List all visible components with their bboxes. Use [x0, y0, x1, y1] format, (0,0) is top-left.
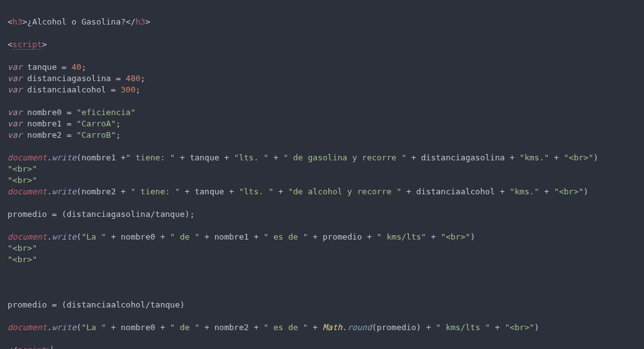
code-line: promedio = (distanciaalcohol/tanque) — [8, 300, 185, 309]
code-line: document.write("La " + nombre0 + " de " … — [8, 323, 539, 332]
code-line: "<br>" — [8, 243, 37, 253]
code-line: var distanciaalcohol = 300; — [8, 85, 140, 94]
code-line: document.write("La " + nombre0 + " de " … — [8, 232, 475, 241]
text-cursor — [52, 346, 52, 350]
code-line: var nombre1 = "CarroA"; — [8, 119, 121, 128]
code-line: promedio = (distanciagasolina/tanque); — [8, 209, 194, 219]
code-line: <script> — [8, 40, 47, 50]
code-line: var nombre2 = "CarroB"; — [8, 130, 121, 140]
code-line: "<br>" — [8, 255, 37, 264]
code-line: </script> — [8, 345, 52, 349]
code-line: document.write(nombre2 + " tiene: " + ta… — [8, 187, 589, 196]
code-line: "<br>" — [8, 175, 37, 185]
code-line: "<br>" — [8, 164, 37, 174]
code-line: var distanciagasolina = 480; — [8, 74, 145, 83]
code-line: var nombre0 = "eficiencia" — [8, 108, 136, 117]
code-line: var tanque = 40; — [8, 62, 86, 72]
code-editor[interactable]: <h3>¿Alcohol o Gasolina?</h3> <script> v… — [0, 0, 644, 349]
code-line: <h3>¿Alcohol o Gasolina?</h3> — [8, 17, 150, 26]
code-line: document.write(nombre1 +" tiene: " + tan… — [8, 153, 598, 162]
